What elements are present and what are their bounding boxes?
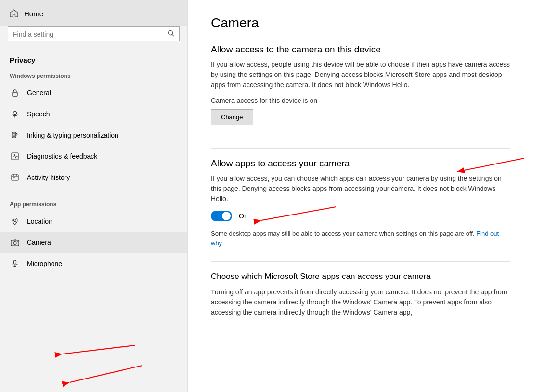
speech-icon <box>10 109 20 119</box>
activity-icon <box>10 172 20 183</box>
diagnostics-icon <box>10 151 20 162</box>
svg-rect-2 <box>13 92 17 96</box>
page-title: Camera <box>211 15 510 31</box>
home-icon <box>10 9 18 19</box>
svg-rect-20 <box>14 260 16 264</box>
home-label: Home <box>24 10 43 18</box>
sidebar-item-activity[interactable]: Activity history <box>0 167 187 188</box>
svg-point-3 <box>13 112 17 115</box>
activity-label: Activity history <box>27 174 70 181</box>
main-content: Camera Allow access to the camera on thi… <box>188 0 533 392</box>
svg-rect-10 <box>12 175 18 180</box>
location-icon <box>10 216 20 227</box>
microphone-icon <box>10 258 20 269</box>
svg-point-18 <box>13 242 16 245</box>
pen-icon <box>10 130 20 140</box>
diagnostics-label: Diagnostics & feedback <box>27 152 97 160</box>
toggle-knob <box>222 212 231 220</box>
svg-line-1 <box>172 35 174 37</box>
sidebar-item-home[interactable]: Home <box>0 0 187 26</box>
microphone-label: Microphone <box>27 260 62 267</box>
search-button[interactable] <box>168 30 174 38</box>
svg-point-16 <box>14 219 16 222</box>
privacy-label: Privacy <box>0 49 187 68</box>
svg-point-19 <box>17 241 18 242</box>
lock-icon <box>10 88 20 98</box>
section1-heading: Allow access to the camera on this devic… <box>211 44 510 55</box>
section3-desc: Turning off an app prevents it from dire… <box>211 287 510 317</box>
search-input[interactable] <box>13 30 168 38</box>
section2-desc: If you allow access, you can choose whic… <box>211 174 510 204</box>
section-divider <box>8 192 180 192</box>
app-permissions-label: App permissions <box>0 196 187 211</box>
camera-status-text: Camera access for this device is on <box>211 97 510 104</box>
section2-area: Allow apps to access your camera <box>211 158 510 169</box>
camera-icon <box>10 237 20 248</box>
section3-heading: Choose which Microsoft Store apps can ac… <box>211 271 510 282</box>
toggle-area: On <box>211 211 510 221</box>
sidebar-item-general[interactable]: General <box>0 82 187 103</box>
svg-point-0 <box>169 31 173 35</box>
toggle-label: On <box>239 212 248 220</box>
general-label: General <box>27 89 51 97</box>
windows-permissions-label: Windows permissions <box>0 68 187 82</box>
section1-desc: If you allow access, people using this d… <box>211 60 510 90</box>
sidebar-item-inking[interactable]: Inking & typing personalization <box>0 125 187 146</box>
sidebar-item-microphone[interactable]: Microphone <box>0 253 187 274</box>
sidebar-item-location[interactable]: Location <box>0 211 187 232</box>
sidebar-item-diagnostics[interactable]: Diagnostics & feedback <box>0 146 187 167</box>
camera-label: Camera <box>27 239 51 246</box>
footnote-text: Some desktop apps may still be able to a… <box>211 230 475 237</box>
divider2 <box>211 261 510 262</box>
inking-label: Inking & typing personalization <box>27 131 118 139</box>
sidebar-item-speech[interactable]: Speech <box>0 103 187 125</box>
camera-apps-toggle[interactable] <box>211 211 232 221</box>
section2-heading: Allow apps to access your camera <box>211 158 510 169</box>
footnote: Some desktop apps may still be able to a… <box>211 229 510 248</box>
change-button[interactable]: Change <box>211 109 253 125</box>
toggle-row: On <box>211 211 510 221</box>
speech-label: Speech <box>27 110 50 118</box>
divider1 <box>211 148 510 149</box>
location-label: Location <box>27 217 52 225</box>
search-container <box>8 26 180 41</box>
sidebar: Home Privacy Windows permissions General <box>0 0 188 392</box>
sidebar-item-camera[interactable]: Camera <box>0 232 187 253</box>
